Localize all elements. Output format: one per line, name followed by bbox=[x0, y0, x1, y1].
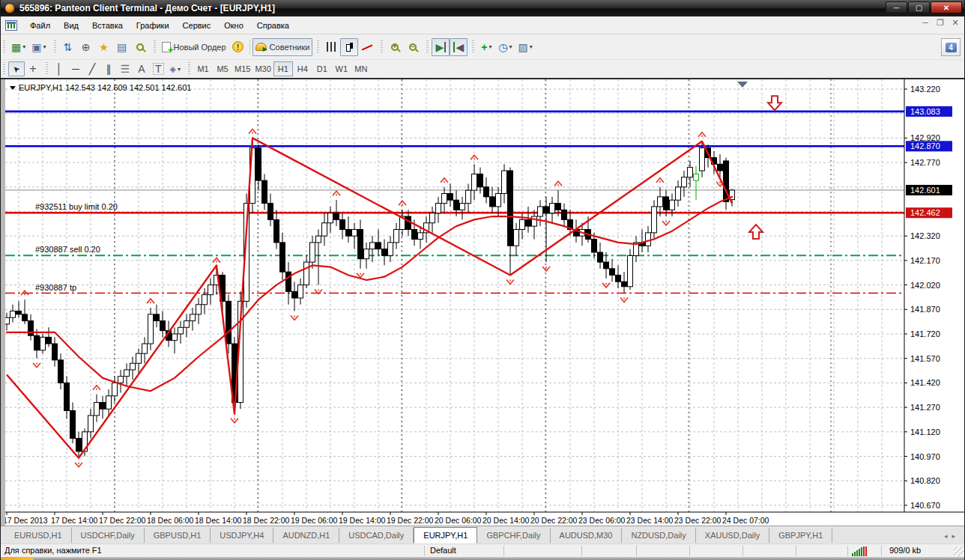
window-minimize-button[interactable]: ─ bbox=[886, 1, 907, 13]
svg-text:140.970: 140.970 bbox=[910, 452, 940, 461]
notifications-button[interactable]: 4 bbox=[941, 38, 961, 56]
profiles-icon: ▣ bbox=[31, 42, 41, 52]
menu-item-3[interactable]: Графики bbox=[130, 18, 176, 33]
timeframe-button-h4[interactable]: H4 bbox=[293, 61, 312, 76]
price-badge-value: 143.083 bbox=[910, 107, 940, 116]
timeframe-button-m1[interactable]: M1 bbox=[193, 61, 213, 76]
chart-tab-gbpchf-daily[interactable]: GBPCHF,Daily bbox=[477, 528, 550, 543]
tab-scroll-arrows[interactable]: ◂▸ bbox=[944, 532, 960, 540]
vertical-line-tool-button[interactable]: │ bbox=[51, 61, 67, 76]
expert-advisors-button[interactable]: Советники bbox=[252, 38, 313, 56]
new-order-button[interactable]: Новый Ордер bbox=[159, 38, 229, 56]
horizontal-line-icon: ─ bbox=[72, 64, 79, 74]
window-maximize-button[interactable]: ▢ bbox=[908, 1, 930, 13]
timeframe-button-w1[interactable]: W1 bbox=[332, 61, 351, 76]
status-separator bbox=[689, 546, 690, 556]
menu-item-6[interactable]: Справка bbox=[250, 18, 296, 33]
periods-button[interactable]: ◷ bbox=[495, 38, 515, 56]
chart-tab-gbpjpy-h1[interactable]: GBPJPY,H1 bbox=[769, 528, 832, 543]
zoom-in-button[interactable]: + bbox=[386, 38, 404, 56]
terminal-button[interactable]: ▤ bbox=[113, 38, 131, 56]
cursor-icon: ➤ bbox=[11, 64, 22, 74]
cursor-tool-button[interactable]: ➤ bbox=[8, 61, 25, 76]
autoscroll-button[interactable]: ▶ bbox=[432, 38, 450, 56]
bar-chart-mode-button[interactable] bbox=[322, 38, 340, 56]
svg-text:23 Dec 14:00: 23 Dec 14:00 bbox=[626, 516, 674, 525]
zoom-out-button[interactable]: − bbox=[404, 38, 422, 56]
svg-text:18 Dec 06:00: 18 Dec 06:00 bbox=[147, 516, 194, 525]
timeframe-button-h1[interactable]: H1 bbox=[273, 61, 293, 76]
child-close-button[interactable]: ✕ bbox=[949, 18, 961, 28]
periods-icon: ◷ bbox=[498, 42, 507, 52]
svg-text:141.120: 141.120 bbox=[910, 427, 940, 436]
price-badge-value: 142.462 bbox=[910, 208, 940, 217]
child-window-controls: ─ ❐ ✕ bbox=[919, 18, 961, 28]
window-close-button[interactable]: ✕ bbox=[931, 1, 962, 13]
svg-text:18 Dec 14:00: 18 Dec 14:00 bbox=[195, 516, 242, 525]
chart-tab-audnzd-h1[interactable]: AUDNZD,H1 bbox=[273, 528, 339, 543]
market-watch-button[interactable]: ⇅ bbox=[59, 38, 77, 56]
timeframe-button-mn[interactable]: MN bbox=[351, 61, 371, 76]
chart-document-icon[interactable] bbox=[5, 20, 17, 31]
candlestick-mode-button[interactable] bbox=[340, 38, 358, 56]
text-tool-button[interactable]: A bbox=[133, 61, 150, 76]
menu-item-1[interactable]: Вид bbox=[57, 18, 85, 33]
arrows-tool-button[interactable]: ◈ bbox=[167, 61, 184, 76]
vertical-line-icon: │ bbox=[56, 64, 63, 74]
text-tool-icon: A bbox=[138, 64, 145, 74]
chart-tab-audusd-m30[interactable]: AUDUSD,M30 bbox=[551, 528, 623, 543]
trendline-tool-button[interactable]: ╱ bbox=[84, 61, 100, 76]
chart-tab-usdjpy-h4[interactable]: USDJPY,H4 bbox=[211, 528, 273, 543]
svg-text:17 Dec 22:00: 17 Dec 22:00 bbox=[99, 516, 146, 525]
svg-text:20 Dec 22:00: 20 Dec 22:00 bbox=[530, 516, 578, 525]
timeframe-button-m5[interactable]: M5 bbox=[213, 61, 232, 76]
menu-item-5[interactable]: Окно bbox=[217, 18, 250, 33]
line-chart-mode-button[interactable] bbox=[358, 38, 376, 56]
trendline-icon: ╱ bbox=[89, 64, 95, 74]
new-chart-icon: ▦ bbox=[11, 42, 21, 52]
chart-tab-usdcad-daily[interactable]: USDCAD,Daily bbox=[339, 528, 414, 543]
status-profile[interactable]: Default bbox=[430, 546, 456, 555]
chart-tab-usdchf-daily[interactable]: USDCHF,Daily bbox=[72, 528, 145, 543]
channel-tool-button[interactable]: ∥ bbox=[100, 61, 117, 76]
new-chart-button[interactable]: ▦ bbox=[8, 38, 28, 56]
chart-tab-eurusd-h1[interactable]: EURUSD,H1 bbox=[5, 528, 72, 543]
svg-text:18 Dec 22:00: 18 Dec 22:00 bbox=[243, 516, 290, 525]
chart-shift-button[interactable]: ◀ bbox=[450, 38, 468, 56]
indicators-button[interactable]: + bbox=[477, 38, 495, 56]
new-order-icon bbox=[162, 42, 171, 52]
chart-tabs: EURUSD,H1USDCHF,DailyGBPUSD,H1USDJPY,H4A… bbox=[5, 526, 832, 544]
chart-tab-bar: EURUSD,H1USDCHF,DailyGBPUSD,H1USDJPY,H4A… bbox=[1, 526, 964, 544]
templates-button[interactable]: ▨ bbox=[515, 38, 536, 56]
profiles-button[interactable]: ▣ bbox=[28, 38, 49, 56]
alert-button[interactable]: ! bbox=[229, 38, 247, 56]
menu-item-0[interactable]: Файл bbox=[23, 18, 57, 33]
child-minimize-button[interactable]: ─ bbox=[919, 18, 931, 28]
label-tool-button[interactable]: T bbox=[150, 61, 167, 76]
chart-tab-nzdusd-daily[interactable]: NZDUSD,Daily bbox=[622, 528, 695, 543]
menu-item-2[interactable]: Вставка bbox=[85, 18, 130, 33]
timeframe-button-m15[interactable]: M15 bbox=[232, 61, 252, 76]
timeframe-button-d1[interactable]: D1 bbox=[312, 61, 332, 76]
horizontal-line-tool-button[interactable]: ─ bbox=[67, 61, 84, 76]
menu-item-4[interactable]: Сервис bbox=[176, 18, 218, 33]
menu-items: ФайлВидВставкаГрафикиСервисОкноСправка bbox=[23, 18, 296, 33]
crosshair-tool-button[interactable]: + bbox=[25, 61, 41, 76]
child-restore-button[interactable]: ❐ bbox=[934, 18, 946, 28]
notification-bubble-icon: 4 bbox=[946, 43, 957, 52]
chart-tab-eurjpy-h1[interactable]: EURJPY,H1 bbox=[414, 527, 477, 544]
resize-grip[interactable] bbox=[954, 547, 964, 556]
chart-shift-icon: ◀ bbox=[453, 42, 464, 52]
chart-tab-xauusd-daily[interactable]: XAUUSD,Daily bbox=[696, 528, 769, 543]
arrows-tool-icon: ◈ bbox=[170, 65, 176, 73]
navigator-button[interactable]: ★ bbox=[95, 38, 113, 56]
symbol-ohlc-readout: EURJPY,H1 142.543 142.609 142.501 142.60… bbox=[19, 83, 191, 92]
strategy-tester-button[interactable] bbox=[131, 38, 149, 56]
main-toolbar: ▦ ▣ ⇅ ⊕ ★ ▤ Новый Ордер ! Советники bbox=[1, 34, 964, 60]
svg-text:140.670: 140.670 bbox=[910, 501, 940, 510]
timeframe-button-m30[interactable]: M30 bbox=[252, 61, 273, 76]
data-window-button[interactable]: ⊕ bbox=[77, 38, 95, 56]
chart-tab-gbpusd-h1[interactable]: GBPUSD,H1 bbox=[145, 528, 211, 543]
fibonacci-tool-button[interactable]: ☰ bbox=[117, 61, 133, 76]
chart-canvas[interactable]: #932511 buy limit 0.20#930887 sell 0.20#… bbox=[5, 79, 965, 526]
